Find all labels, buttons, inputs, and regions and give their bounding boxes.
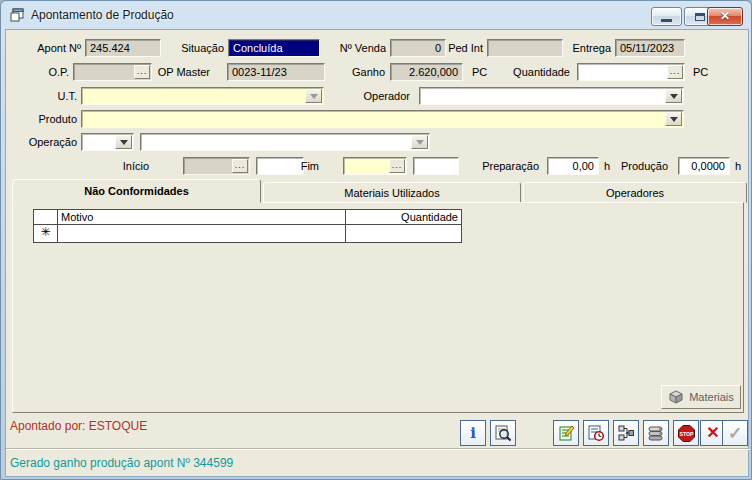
table-header-selector — [34, 210, 58, 225]
quantidade-lookup-button[interactable]: ... — [667, 65, 683, 79]
machine-stack-icon — [647, 424, 665, 442]
nao-conformidades-table: Motivo Quantidade ✳ — [33, 209, 462, 243]
apont-label: Apont Nº — [8, 41, 81, 55]
titlebar: Apontamento de Produção ✕ — [1, 1, 751, 29]
ut-label: U.T. — [8, 89, 77, 103]
quantidade-unit-label: PC — [693, 65, 717, 79]
table-header-motivo: Motivo — [58, 210, 346, 225]
situacao-label: Situação — [146, 41, 224, 55]
close-button[interactable]: ✕ — [707, 7, 743, 26]
operador-dropdown-icon[interactable] — [665, 89, 682, 103]
table-cell-motivo[interactable] — [58, 225, 346, 242]
quantidade-label: Quantidade — [496, 65, 570, 79]
confirm-button[interactable]: ✓ — [722, 420, 748, 446]
ganho-label: Ganho — [326, 65, 385, 79]
status-message: Gerado ganho produção apont Nº 344599 — [10, 456, 233, 470]
edit-report-button[interactable] — [553, 420, 579, 446]
tab-nao-conformidades[interactable]: Não Conformidades — [12, 179, 261, 203]
minimize-button[interactable] — [651, 7, 682, 26]
minimize-icon — [661, 19, 672, 22]
table-header-quantidade: Quantidade — [346, 210, 461, 225]
fim-date-picker-button[interactable]: ... — [389, 159, 405, 173]
apontado-por-note: Apontado por: ESTOQUE — [10, 419, 147, 433]
info-button[interactable]: i — [460, 420, 486, 446]
stop-button[interactable]: STOP — [673, 420, 699, 446]
close-icon: ✕ — [720, 8, 730, 25]
ut-combobox[interactable]: 13ES ESTOCAR — [81, 87, 324, 105]
operador-label: Operador — [346, 89, 410, 103]
materiais-button-label: Materiais — [689, 391, 734, 403]
producao-label: Produção — [621, 159, 673, 173]
produto-dropdown-icon[interactable] — [665, 112, 682, 126]
operacao-desc-dropdown-icon — [411, 135, 428, 149]
tab-operadores[interactable]: Operadores — [523, 182, 747, 203]
preparacao-unit-label: h — [604, 159, 616, 173]
inicio-date-field: 05/02/2024 ... — [183, 157, 250, 175]
fim-time-field[interactable] — [413, 157, 459, 175]
pedint-label: Ped Int — [426, 41, 483, 55]
fim-label: Fim — [291, 159, 319, 173]
form-client-area: Apont Nº 245.424 Situação Concluída Nº V… — [5, 29, 749, 477]
opmaster-label: OP Master — [136, 65, 210, 79]
nvenda-label: Nº Venda — [316, 41, 386, 55]
produto-label: Produto — [8, 112, 77, 126]
op-label: O.P. — [8, 65, 69, 79]
schedule-button[interactable] — [583, 420, 609, 446]
producao-field[interactable]: 0,0000 — [678, 157, 730, 175]
document-pencil-icon — [557, 424, 575, 442]
ganho-unit-label: PC — [472, 65, 496, 79]
notebook-clock-icon — [587, 424, 605, 442]
preparacao-field[interactable]: 0,00 — [547, 157, 599, 175]
machines-button[interactable] — [643, 420, 669, 446]
tab-panel-nao-conformidades: Motivo Quantidade ✳ Materiais — [12, 202, 744, 413]
tab-materiais-utilizados[interactable]: Materiais Utilizados — [263, 182, 521, 203]
operador-combobox[interactable]: 5338 CLEBER FRANCISCO NUNES DA — [419, 87, 684, 105]
operacao-desc-combobox: ESTOCAR — [140, 133, 430, 151]
form-icon — [10, 8, 25, 22]
window-title: Apontamento de Produção — [31, 8, 174, 22]
produto-combobox[interactable]: 157015 MOLA DA LONA DO FREIO — [81, 110, 684, 128]
cancel-x-icon: ✕ — [706, 425, 719, 441]
ut-dropdown-icon[interactable] — [305, 89, 322, 103]
table-row-marker: ✳ — [34, 225, 58, 242]
status-divider — [6, 448, 750, 450]
preview-zoom-button[interactable] — [490, 420, 516, 446]
inicio-label: Início — [106, 159, 149, 173]
entrega-field: 05/11/2023 — [615, 39, 685, 57]
magnifier-icon — [494, 424, 512, 442]
table-cell-quantidade[interactable] — [346, 225, 461, 242]
operacao-label: Operação — [8, 135, 77, 149]
confirm-check-icon: ✓ — [728, 425, 742, 442]
transfer-button[interactable] — [613, 420, 639, 446]
opmaster-field: 0023-11/23 — [227, 63, 325, 81]
cube-icon — [668, 390, 684, 404]
preparacao-label: Preparação — [474, 159, 539, 173]
info-icon: i — [470, 424, 476, 442]
stop-icon: STOP — [677, 424, 696, 443]
flow-arrow-icon — [617, 424, 635, 442]
producao-unit-label: h — [735, 159, 747, 173]
materiais-button[interactable]: Materiais — [661, 385, 741, 409]
inicio-date-picker-button[interactable]: ... — [232, 159, 248, 173]
app-window: Apontamento de Produção ✕ Apont Nº 245.4… — [0, 0, 752, 480]
entrega-label: Entrega — [551, 41, 611, 55]
operacao-dropdown-icon[interactable] — [115, 135, 132, 149]
fim-date-field[interactable]: 05/02/2024 ... — [343, 157, 407, 175]
situacao-field: Concluída — [228, 39, 320, 57]
operacao-combobox[interactable]: 10 — [81, 133, 134, 151]
maximize-icon — [695, 13, 705, 21]
ganho-field: 2.620,000 — [390, 63, 463, 81]
quantidade-field[interactable]: 12.000,000 ... — [577, 63, 685, 81]
svg-text:STOP: STOP — [679, 430, 694, 436]
